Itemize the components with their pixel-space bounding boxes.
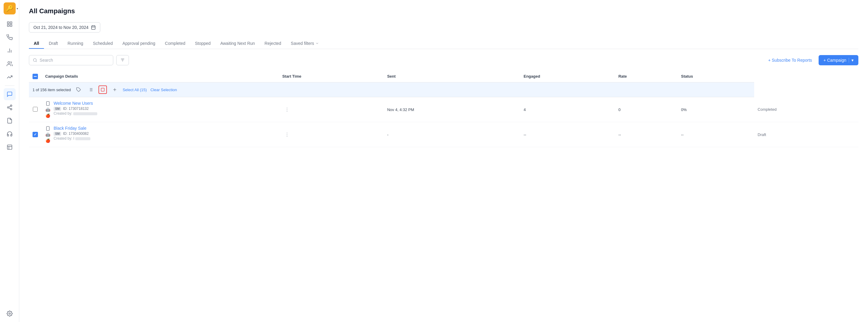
add-campaign-dropdown-arrow[interactable]: ▾ [849,58,854,63]
svg-rect-13 [7,145,12,150]
row-2-more-menu[interactable]: ⋮ [279,122,383,147]
th-campaign-details: Campaign Details [41,70,279,83]
push-icon-2 [45,126,51,131]
subscribe-label: + Subscribe To Reports [768,58,812,63]
search-box[interactable] [29,55,113,65]
tab-awaiting-next-run[interactable]: Awaiting Next Run [215,38,259,49]
row-2-info: Black Friday Sale SM ID: 1730400082 Crea… [54,126,90,140]
filter-icon [120,58,125,63]
th-engaged: Engaged [520,70,615,83]
row-1-info: Welcome New Users SM ID: 1730718132 Crea… [54,101,97,116]
selection-bar-row: 1 of 156 item selected [29,83,858,97]
svg-rect-3 [10,25,12,27]
row-1-checkbox[interactable] [33,107,38,111]
svg-rect-1 [10,22,12,24]
sidebar-item-chart[interactable] [4,44,16,57]
row-2-sent: -- [520,122,615,147]
tab-running[interactable]: Running [63,38,88,49]
add-campaign-button[interactable]: + Campaign ▾ [818,55,858,65]
row-1-more-menu-icon[interactable]: ⋮ [282,106,292,114]
tab-all[interactable]: All [29,38,44,49]
android-icon: 🤖 [45,107,51,112]
svg-point-10 [10,108,12,110]
tab-draft[interactable]: Draft [44,38,63,49]
row-1-id-row: SM ID: 1730718132 [54,106,97,111]
sidebar-item-settings[interactable] [4,308,16,320]
th-status: Status [677,70,754,83]
table-header: Campaign Details Start Time Sent Engaged… [29,70,858,83]
row-2-created-by: Created by: I [54,136,90,140]
sidebar: 🔑 [0,0,19,322]
page-title: All Campaigns [29,7,858,15]
select-all-link[interactable]: Select All (15) [123,88,147,92]
select-all-checkbox[interactable] [33,74,38,79]
row-1-id: ID: 1730718132 [63,106,89,111]
sidebar-item-growth[interactable] [4,71,16,83]
apple-icon: 🍎 [45,113,51,118]
row-2-more-menu-icon[interactable]: ⋮ [282,131,292,138]
table-row: 🤖 🍎 Black Friday Sale SM ID: 1730400082 … [29,122,858,147]
date-filter[interactable]: Oct 21, 2024 to Nov 20, 2024 [29,22,100,32]
sidebar-item-messages[interactable] [4,88,16,100]
tab-scheduled[interactable]: Scheduled [88,38,118,49]
row-2-sm-badge: SM [54,132,61,136]
tab-stopped[interactable]: Stopped [190,38,215,49]
filter-tabs: All Draft Running Scheduled Approval pen… [29,38,858,49]
row-2-rate: -- [677,122,754,147]
tag-action-icon[interactable] [74,86,83,94]
tab-rejected[interactable]: Rejected [259,38,286,49]
row-1-name[interactable]: Welcome New Users [54,101,97,106]
stop-icon [101,88,105,92]
selection-count: 1 of 156 item selected [33,88,71,92]
row-1-status-badge: Completed [758,107,777,111]
row-2-status: Draft [754,122,858,147]
stop-action-icon[interactable] [98,86,107,94]
row-2-status-badge: Draft [758,132,766,137]
row-2-name[interactable]: Black Friday Sale [54,126,90,131]
row-1-checkbox-cell [29,97,41,122]
sidebar-item-phone[interactable] [4,31,16,43]
row-1-details: 🤖 🍎 Welcome New Users SM ID: 1730718132 … [41,97,279,122]
sidebar-item-users[interactable] [4,58,16,70]
campaigns-table: Campaign Details Start Time Sent Engaged… [29,70,858,147]
svg-rect-36 [46,101,49,105]
sidebar-item-dashboard[interactable] [4,18,16,30]
svg-line-11 [9,108,10,109]
add-action-icon[interactable] [111,86,119,94]
date-filter-label: Oct 21, 2024 to Nov 20, 2024 [33,25,89,30]
sidebar-item-reports[interactable] [4,141,16,153]
list-action-icon[interactable] [87,86,95,94]
search-input[interactable] [40,58,109,63]
row-2-checkbox[interactable] [33,132,38,137]
svg-line-12 [9,106,10,107]
table-body: 1 of 156 item selected [29,83,858,147]
tab-saved-filters[interactable]: Saved filters [286,38,324,49]
th-rate: Rate [615,70,677,83]
row-2-id: ID: 1730400082 [63,131,89,136]
tab-completed[interactable]: Completed [160,38,190,49]
row-1-more-menu[interactable]: ⋮ [279,97,383,122]
sidebar-item-campaigns[interactable] [4,115,16,127]
search-icon [33,58,37,63]
row-1-creator-blur [73,112,97,115]
row-1-sent: 4 [520,97,615,122]
svg-rect-17 [92,26,95,30]
subscribe-to-reports-button[interactable]: + Subscribe To Reports [765,55,815,65]
android-icon-2: 🤖 [45,132,51,137]
sidebar-item-support[interactable] [4,128,16,140]
th-start-time: Start Time [279,70,383,83]
sidebar-divider-1 [5,86,14,86]
sidebar-item-connections[interactable] [4,101,16,114]
th-sent: Sent [383,70,520,83]
clear-selection-link[interactable]: Clear Selection [150,88,177,92]
table-row: 🤖 🍎 Welcome New Users SM ID: 1730718132 … [29,97,858,122]
filter-options-button[interactable] [116,55,129,65]
app-logo[interactable]: 🔑 [4,2,16,14]
row-2-engaged: -- [615,122,677,147]
add-campaign-label: + Campaign [824,58,846,63]
svg-line-22 [36,61,37,62]
toolbar: + Subscribe To Reports + Campaign ▾ [29,55,858,65]
row-2-details: 🤖 🍎 Black Friday Sale SM ID: 1730400082 … [41,122,279,147]
tab-approval-pending[interactable]: Approval pending [118,38,160,49]
row-2-checkbox-cell [29,122,41,147]
